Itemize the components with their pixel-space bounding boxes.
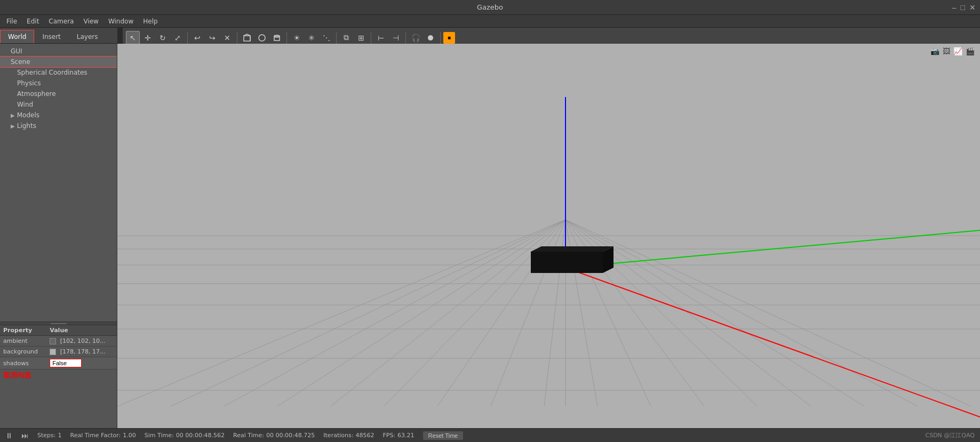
graph-icon[interactable]: 📈 <box>953 47 962 55</box>
audio-button[interactable]: 🎧 <box>409 31 423 45</box>
gui-label: GUI <box>11 47 22 55</box>
value-col-header: Value <box>46 325 117 336</box>
prop-ambient-value[interactable]: [102, 102, 10... <box>46 336 117 347</box>
menu-file[interactable]: File <box>2 17 21 26</box>
close-button[interactable]: ✕ <box>969 3 976 12</box>
sep4 <box>336 32 337 44</box>
minimize-button[interactable]: – <box>952 3 957 12</box>
tree-item-scene[interactable]: Scene <box>0 57 117 67</box>
prop-ambient-label: ambient <box>0 336 46 347</box>
video-icon[interactable]: 🎬 <box>966 47 975 55</box>
titlebar: Gazebo – □ ✕ <box>0 0 980 15</box>
steps-value: 1 <box>58 432 61 439</box>
iterations-label: Iterations: <box>323 432 353 439</box>
pause-button[interactable]: ⏸ <box>5 431 13 440</box>
realtime-value: 00 00:00:48.725 <box>266 432 315 439</box>
menu-window[interactable]: Window <box>104 17 138 26</box>
3d-model[interactable] <box>531 246 614 273</box>
svg-rect-0 <box>244 36 250 41</box>
tree-area: GUI Scene Spherical Coordinates Physics … <box>0 44 117 322</box>
svg-point-1 <box>259 35 265 41</box>
tree-item-spherical-coordinates[interactable]: Spherical Coordinates <box>0 67 117 78</box>
models-arrow: ▶ <box>11 112 15 118</box>
tree-item-physics[interactable]: Physics <box>0 78 117 89</box>
physics-label: Physics <box>17 79 41 87</box>
statusbar: ⏸ ⏭ Steps: 1 Real Time Factor: 1.00 Sim … <box>0 428 980 442</box>
spot-light-button[interactable]: ⋱ <box>320 31 333 45</box>
atmosphere-label: Atmosphere <box>17 90 56 98</box>
steps-item: Steps: 1 <box>37 432 61 439</box>
sep5 <box>371 32 371 44</box>
menu-camera[interactable]: Camera <box>44 17 78 26</box>
lights-arrow: ▶ <box>11 123 15 129</box>
undo-button[interactable]: ↩ <box>190 31 204 45</box>
record-button[interactable] <box>424 31 437 45</box>
copy-button[interactable]: ⧉ <box>339 31 353 45</box>
prop-background-value[interactable]: [178, 178, 17... <box>46 347 117 357</box>
annotation-text: 取消勾选 <box>0 369 117 381</box>
tab-layers[interactable]: Layers <box>69 30 106 43</box>
redo-button[interactable]: ↪ <box>205 31 219 45</box>
sphere-button[interactable] <box>255 31 269 45</box>
viewport-canvas <box>117 44 980 428</box>
align-button[interactable]: ⊢ <box>374 31 388 45</box>
tree-item-gui[interactable]: GUI <box>0 46 117 57</box>
tab-world[interactable]: World <box>0 30 34 43</box>
simtime-value: 00 00:00:48.562 <box>176 432 225 439</box>
maximize-button[interactable]: □ <box>961 3 965 12</box>
rtf-label: Real Time Factor: <box>70 432 121 439</box>
screenshot2-icon[interactable]: 🖼 <box>943 47 950 55</box>
tree-item-models[interactable]: ▶ Models <box>0 110 117 120</box>
wind-label: Wind <box>17 101 33 108</box>
box-button[interactable] <box>240 31 254 45</box>
point-light-button[interactable]: ✳ <box>305 31 318 45</box>
menu-view[interactable]: View <box>79 17 102 26</box>
left-panel: GUI Scene Spherical Coordinates Physics … <box>0 44 117 428</box>
color-button[interactable]: ■ <box>443 32 455 44</box>
move-tool-button[interactable]: ✛ <box>141 31 155 45</box>
reset-time-button[interactable]: Reset Time <box>423 431 464 440</box>
prop-shadows-label: shadows <box>0 357 46 369</box>
delete-button[interactable]: ✕ <box>220 31 234 45</box>
sep7 <box>440 32 441 44</box>
rotate-tool-button[interactable]: ↻ <box>156 31 170 45</box>
tree-item-lights[interactable]: ▶ Lights <box>0 120 117 131</box>
fps-item: FPS: 63.21 <box>383 432 414 439</box>
svg-marker-36 <box>531 252 603 273</box>
tree-item-wind[interactable]: Wind <box>0 99 117 110</box>
fps-value: 63.21 <box>397 432 415 439</box>
table-row: ambient [102, 102, 10... <box>0 336 117 347</box>
iterations-value: 48562 <box>355 432 374 439</box>
snap-button[interactable]: ⊣ <box>389 31 403 45</box>
models-label: Models <box>17 111 39 119</box>
tree-item-atmosphere[interactable]: Atmosphere <box>0 89 117 99</box>
property-panel: Property Value ambient [102, 102, 10... … <box>0 322 117 428</box>
shadows-input[interactable] <box>50 359 82 367</box>
scene-label: Scene <box>11 58 30 66</box>
menu-edit[interactable]: Edit <box>22 17 43 26</box>
steps-label: Steps: <box>37 432 55 439</box>
menu-help[interactable]: Help <box>139 17 162 26</box>
tab-insert[interactable]: Insert <box>34 30 68 43</box>
property-table: Property Value ambient [102, 102, 10... … <box>0 325 117 369</box>
background-color-swatch <box>50 349 56 355</box>
prop-background-label: background <box>0 347 46 357</box>
screenshot-icon[interactable]: 📷 <box>930 47 939 55</box>
viewport[interactable]: 📷 🖼 📈 🎬 <box>117 44 980 428</box>
cylinder-button[interactable] <box>270 31 284 45</box>
svg-point-4 <box>428 35 433 41</box>
menubar: File Edit Camera View Window Help <box>0 15 980 28</box>
select-tool-button[interactable]: ↖ <box>126 31 140 45</box>
fps-label: FPS: <box>383 432 395 439</box>
realtime-item: Real Time: 00 00:00:48.725 <box>233 432 315 439</box>
sep3 <box>286 32 287 44</box>
step-button[interactable]: ⏭ <box>21 431 29 440</box>
prop-shadows-value[interactable] <box>46 357 117 369</box>
paste-button[interactable]: ⊞ <box>354 31 368 45</box>
sep1 <box>187 32 188 44</box>
ambient-color-swatch <box>50 338 56 344</box>
simtime-item: Sim Time: 00 00:00:48.562 <box>145 432 225 439</box>
sun-button[interactable]: ☀ <box>290 31 304 45</box>
sep2 <box>237 32 237 44</box>
scale-tool-button[interactable]: ⤢ <box>171 31 185 45</box>
